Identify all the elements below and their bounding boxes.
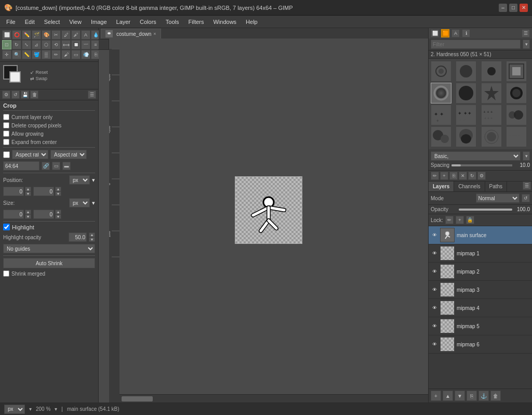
pos-x-input[interactable] (3, 187, 24, 196)
minimize-button[interactable]: – (499, 4, 507, 12)
brush-thumb-3[interactable] (481, 61, 502, 82)
anchor-layer-btn[interactable]: ⚓ (478, 391, 489, 401)
layer-eye-mipmap3[interactable]: 👁 (431, 286, 438, 293)
brush-icon4[interactable]: ℹ (462, 29, 470, 37)
lock-position[interactable]: + (456, 216, 464, 224)
canvas-viewport[interactable]: -200 -100 0 100 (109, 38, 428, 403)
tool-measure[interactable]: 📏 (22, 50, 31, 59)
tool-paths[interactable]: 🖋 (71, 30, 81, 40)
lower-layer-btn[interactable]: ▼ (455, 391, 465, 401)
tool-transform[interactable]: ⟲ (51, 40, 61, 49)
size-w-down[interactable]: ▼ (25, 214, 31, 219)
brush-icon1[interactable]: ⬜ (431, 29, 439, 37)
brush-action-edit[interactable]: ✏ (431, 172, 439, 180)
tool-ellipse-select[interactable]: ⭕ (12, 30, 21, 40)
tool-options-icon3[interactable]: 💾 (21, 90, 29, 99)
brush-thumb-12[interactable] (506, 105, 527, 125)
brush-thumb-10[interactable]: ✦ ✦✦ ✦ ✦ (456, 105, 476, 125)
close-button[interactable]: ✕ (520, 4, 528, 12)
brush-thumb-16[interactable]: 〰〰 (506, 126, 527, 147)
menu-file[interactable]: File (2, 18, 20, 26)
tool-pencil[interactable]: ✏ (51, 50, 61, 59)
menu-select[interactable]: Select (40, 18, 64, 26)
statusbar-unit-select[interactable]: px mm % (4, 405, 25, 414)
layer-item-mipmap5[interactable]: 👁 mipmap 5 (429, 317, 532, 335)
highlight-opacity-input[interactable] (69, 232, 87, 242)
tool-rect-select[interactable]: ⬜ (2, 30, 11, 40)
layer-eye-mipmap2[interactable]: 👁 (431, 268, 438, 275)
tool-paintbucket[interactable]: 🪣 (32, 50, 41, 59)
pos-x-up[interactable]: ▲ (25, 187, 31, 191)
maximize-button[interactable]: □ (509, 4, 517, 12)
expand-center-checkbox[interactable] (3, 139, 9, 145)
layer-item-mipmap1[interactable]: 👁 mipmap 1 (429, 244, 532, 263)
size-w-input[interactable] (3, 210, 24, 219)
brush-action-new[interactable]: + (440, 172, 448, 180)
tool-airbrush[interactable]: 💨 (81, 50, 90, 59)
pos-x-down[interactable]: ▼ (25, 191, 31, 196)
layer-eye-main[interactable]: 👁 (431, 231, 438, 239)
layer-mode-select[interactable]: Normal Dissolve Multiply Screen (476, 193, 520, 203)
size-input[interactable] (3, 161, 39, 171)
layer-item-mipmap6[interactable]: 👁 mipmap 6 (429, 335, 532, 354)
layer-item-mipmap4[interactable]: 👁 mipmap 4 (429, 299, 532, 317)
menu-tools[interactable]: Tools (162, 18, 183, 26)
tool-text[interactable]: A (81, 30, 90, 40)
brush-thumb-8[interactable] (506, 83, 527, 103)
allow-growing-checkbox[interactable] (3, 131, 9, 137)
preset-dropdown[interactable]: ▾ (523, 151, 530, 161)
menu-layer[interactable]: Layer (112, 18, 135, 26)
new-layer-btn[interactable]: + (431, 391, 441, 401)
tool-scissors[interactable]: ✂ (51, 30, 61, 40)
horizontal-scrollbar[interactable] (119, 394, 428, 403)
pos-y-down[interactable]: ▼ (55, 191, 61, 196)
background-color[interactable] (9, 71, 21, 83)
guides-select[interactable]: No guides Rule of thirds Center lines (3, 244, 95, 253)
canvas-display[interactable] (235, 176, 302, 244)
brush-thumb-6[interactable] (456, 83, 476, 103)
tool-options-icon4[interactable]: 🗑 (30, 90, 38, 99)
spacing-slider[interactable] (451, 164, 512, 166)
tool-fuzzy-select[interactable]: 🪄 (32, 30, 41, 40)
layers-panel-menu[interactable]: ☰ (523, 181, 531, 190)
brush-thumb-11[interactable]: + + + + + + (481, 105, 502, 125)
tool-zoom[interactable]: 🔍 (12, 50, 21, 59)
auto-shrink-button[interactable]: Auto Shrink (3, 258, 95, 268)
pos-y-input[interactable] (33, 187, 54, 196)
tool-options-icon1[interactable]: ⚙ (2, 90, 10, 99)
brush-thumb-9[interactable]: ✦ ✦ ✦ (431, 105, 451, 125)
layer-eye-mipmap6[interactable]: 👁 (431, 341, 438, 348)
menu-help[interactable]: Help (242, 18, 262, 26)
tool-options-menu[interactable]: ☰ (88, 90, 96, 99)
brush-thumb-14[interactable] (456, 126, 476, 147)
size-w-up[interactable]: ▲ (25, 210, 31, 214)
layer-eye-mipmap5[interactable]: 👁 (431, 322, 438, 330)
tab-layers[interactable]: Layers (429, 181, 454, 191)
layer-item-mipmap3[interactable]: 👁 mipmap 3 (429, 281, 532, 299)
image-tab-close[interactable]: × (153, 31, 156, 36)
size-h-input[interactable] (33, 210, 54, 219)
tool-paintbrush[interactable]: 🖌 (61, 50, 71, 59)
fixed-aspect-select[interactable]: Aspect ratio (50, 150, 87, 159)
menu-filters[interactable]: Filters (184, 18, 208, 26)
size-landscape-icon[interactable]: ▬ (62, 162, 71, 170)
raise-layer-btn[interactable]: ▲ (443, 391, 453, 401)
tool-scale[interactable]: ⤡ (22, 40, 31, 49)
tool-eraser[interactable]: ▭ (71, 50, 81, 59)
size-portrait-icon[interactable]: ▭ (52, 162, 60, 170)
layer-item-main-surface[interactable]: 👁 main surface (429, 226, 532, 244)
brush-action-refresh[interactable]: ↻ (468, 172, 476, 180)
opacity-slider[interactable] (459, 209, 512, 211)
filter-dropdown[interactable]: ▾ (523, 40, 530, 49)
brush-thumb-15[interactable] (481, 126, 502, 147)
layer-mode-history[interactable]: ↺ (522, 194, 530, 202)
layer-eye-mipmap1[interactable]: 👁 (431, 250, 438, 257)
tool-select-by-color[interactable]: 🎨 (42, 30, 51, 40)
tool-shear[interactable]: ⊿ (32, 40, 41, 49)
brush-icon2[interactable]: 🟧 (441, 29, 449, 37)
brush-thumb-2[interactable] (456, 61, 476, 82)
size-link-icon[interactable]: 🔗 (42, 162, 50, 170)
duplicate-layer-btn[interactable]: ⎘ (467, 391, 477, 401)
tool-perspective[interactable]: ⬡ (42, 40, 51, 49)
brush-thumb-13[interactable] (431, 126, 451, 147)
